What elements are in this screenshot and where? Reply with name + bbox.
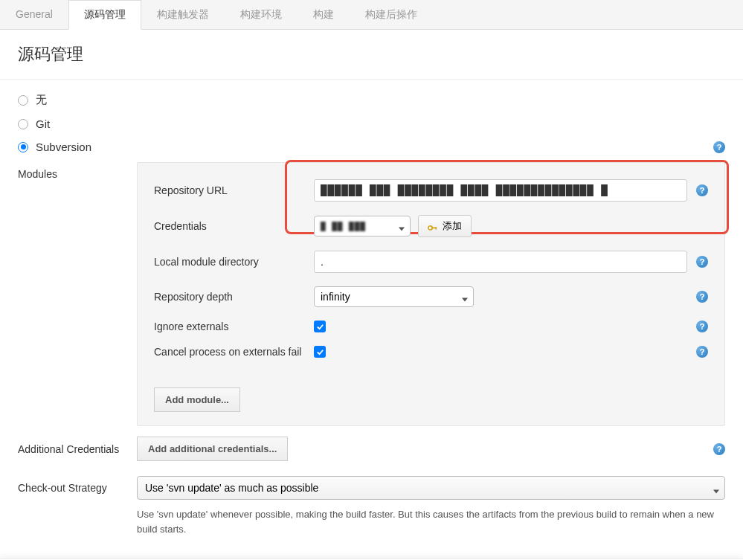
add-credentials-button[interactable]: 添加 — [418, 215, 472, 237]
help-icon[interactable]: ? — [696, 184, 708, 196]
checkout-strategy-description: Use 'svn update' whenever possible, maki… — [137, 507, 725, 536]
scm-radio-group: 无 Git Subversion ? — [18, 93, 725, 153]
repo-url-input[interactable] — [314, 179, 687, 202]
depth-label: Repository depth — [154, 291, 314, 303]
cancel-externals-label: Cancel process on externals fail — [154, 346, 314, 358]
tab-scm[interactable]: 源码管理 — [68, 0, 141, 30]
ignore-externals-checkbox[interactable] — [314, 321, 326, 332]
help-icon[interactable]: ? — [696, 291, 708, 303]
depth-select[interactable]: infinity — [314, 286, 474, 307]
tab-env[interactable]: 构建环境 — [225, 0, 297, 30]
local-dir-input[interactable] — [314, 251, 687, 273]
local-dir-label: Local module directory — [154, 256, 314, 268]
tab-post[interactable]: 构建后操作 — [350, 0, 433, 30]
checkout-strategy-label: Check-out Strategy — [18, 482, 137, 494]
config-tabs: General 源码管理 构建触发器 构建环境 构建 构建后操作 — [0, 0, 743, 30]
tab-build[interactable]: 构建 — [297, 0, 350, 30]
section-title: 源码管理 — [0, 30, 743, 80]
help-icon[interactable]: ? — [696, 321, 708, 332]
svg-rect-2 — [436, 228, 437, 231]
help-icon[interactable]: ? — [696, 256, 708, 268]
credentials-value: █ ██ ███ — [321, 222, 387, 231]
checkout-strategy-select[interactable]: Use 'svn update' as much as possible — [137, 476, 725, 500]
help-icon[interactable]: ? — [713, 443, 725, 455]
cancel-externals-checkbox[interactable] — [314, 346, 326, 358]
radio-icon — [18, 119, 28, 129]
scm-option-git[interactable]: Git — [18, 118, 725, 130]
help-icon[interactable]: ? — [713, 141, 725, 153]
ignore-externals-label: Ignore externals — [154, 321, 314, 332]
radio-label: Git — [36, 118, 50, 130]
additional-credentials-label: Additional Credentials — [18, 443, 137, 455]
help-icon[interactable]: ? — [696, 346, 708, 358]
add-additional-credentials-button[interactable]: Add additional credentials... — [137, 437, 288, 461]
radio-label: 无 — [36, 93, 47, 107]
credentials-select[interactable]: █ ██ ███ — [314, 216, 411, 236]
repo-url-label: Repository URL — [154, 184, 314, 196]
scm-option-none[interactable]: 无 — [18, 93, 725, 107]
tab-triggers[interactable]: 构建触发器 — [141, 0, 225, 30]
radio-icon-checked — [18, 142, 28, 152]
scm-option-subversion[interactable]: Subversion — [18, 141, 91, 153]
add-button-label: 添加 — [443, 219, 462, 233]
tab-general[interactable]: General — [0, 0, 68, 30]
credentials-label: Credentials — [154, 220, 314, 232]
add-module-button[interactable]: Add module... — [154, 387, 240, 412]
radio-label: Subversion — [36, 141, 91, 153]
modules-label: Modules — [18, 162, 137, 426]
radio-icon — [18, 95, 28, 106]
key-icon — [428, 222, 438, 230]
modules-panel: Repository URL ? Credentials █ ██ ███ — [137, 162, 725, 426]
